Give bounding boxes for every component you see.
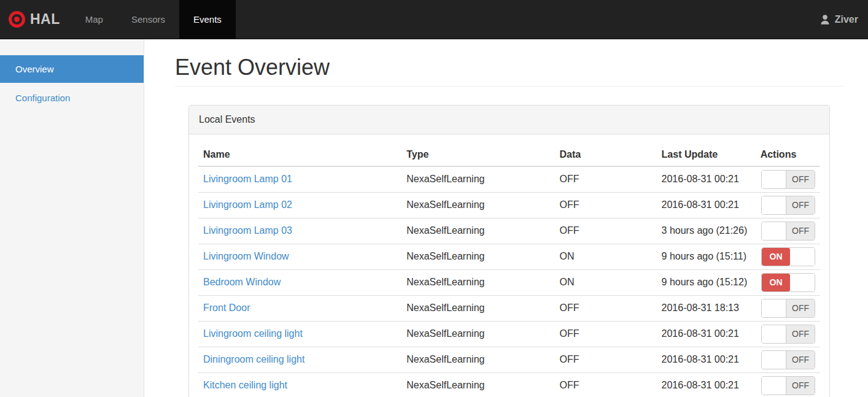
- toggle-switch[interactable]: OFF: [761, 299, 815, 318]
- table-row: Livingroom Lamp 01 NexaSelfLearning OFF …: [198, 166, 820, 193]
- event-type: NexaSelfLearning: [401, 372, 554, 397]
- toggle-switch[interactable]: OFF: [761, 376, 815, 395]
- header-last-update: Last Update: [657, 144, 756, 166]
- event-type: NexaSelfLearning: [401, 192, 554, 218]
- toggle-switch[interactable]: OFF: [761, 222, 815, 241]
- toggle-handle: [762, 196, 786, 214]
- toggle-handle: [790, 248, 815, 266]
- table-row: Livingroom Lamp 02 NexaSelfLearning OFF …: [198, 192, 820, 218]
- event-last-update: 2016-08-31 00:21: [657, 321, 756, 347]
- event-name-link[interactable]: Livingroom Lamp 02: [203, 199, 292, 210]
- toggle-handle: [762, 325, 786, 343]
- toggle-label: OFF: [786, 196, 815, 214]
- toggle-label: OFF: [786, 351, 815, 369]
- toggle-label: OFF: [786, 171, 815, 188]
- event-last-update: 3 hours ago (21:26): [657, 218, 756, 244]
- page-title: Event Overview: [175, 55, 843, 80]
- event-data: ON: [554, 269, 656, 295]
- table-row: Kitchen ceiling light NexaSelfLearning O…: [198, 372, 820, 397]
- panel-body: Name Type Data Last Update Actions Livin…: [189, 134, 829, 397]
- sidebar-item-overview[interactable]: Overview: [0, 55, 144, 83]
- event-data: ON: [554, 244, 656, 269]
- header-type: Type: [401, 144, 554, 166]
- event-type: NexaSelfLearning: [401, 295, 554, 321]
- event-name-link[interactable]: Front Door: [203, 303, 250, 313]
- toggle-handle: [762, 351, 786, 369]
- toggle-switch[interactable]: OFF: [761, 325, 815, 344]
- table-row: Bedroom Window NexaSelfLearning ON 9 hou…: [198, 269, 820, 295]
- user-menu[interactable]: Ziver: [820, 0, 868, 39]
- event-name-link[interactable]: Kitchen ceiling light: [203, 380, 287, 390]
- sidebar-item-configuration[interactable]: Configuration: [0, 84, 144, 112]
- event-last-update: 9 hours ago (15:11): [657, 244, 756, 269]
- event-data: OFF: [554, 347, 656, 372]
- table-row: Livingroom Lamp 03 NexaSelfLearning OFF …: [198, 218, 820, 244]
- event-last-update: 2016-08-31 00:21: [657, 372, 756, 397]
- page-body: Overview Configuration Event Overview Lo…: [0, 39, 868, 397]
- header-name: Name: [198, 144, 401, 166]
- toggle-handle: [790, 274, 815, 291]
- toggle-handle: [762, 299, 786, 317]
- header-actions: Actions: [756, 144, 820, 166]
- event-name-link[interactable]: Bedroom Window: [203, 277, 281, 287]
- toggle-switch[interactable]: ON: [761, 247, 815, 266]
- page-header: Event Overview: [175, 55, 843, 87]
- toggle-label: ON: [762, 274, 790, 291]
- event-last-update: 9 hours ago (15:12): [657, 269, 756, 295]
- event-name-link[interactable]: Diningroom ceiling light: [203, 354, 304, 364]
- header-data: Data: [554, 144, 656, 166]
- event-type: NexaSelfLearning: [401, 244, 554, 269]
- event-type: NexaSelfLearning: [401, 166, 554, 193]
- sidebar: Overview Configuration: [0, 39, 144, 397]
- event-type: NexaSelfLearning: [401, 269, 554, 295]
- event-name-link[interactable]: Livingroom Lamp 03: [203, 225, 292, 236]
- toggle-handle: [762, 377, 786, 395]
- toggle-switch[interactable]: ON: [761, 273, 815, 292]
- nav-item-map[interactable]: Map: [71, 0, 117, 39]
- event-type: NexaSelfLearning: [401, 347, 554, 372]
- table-header-row: Name Type Data Last Update Actions: [198, 144, 820, 166]
- table-row: Livingroom Window NexaSelfLearning ON 9 …: [198, 244, 820, 269]
- table-row: Livingroom ceiling light NexaSelfLearnin…: [198, 321, 820, 347]
- brand[interactable]: HAL: [0, 0, 71, 39]
- main-content: Event Overview Local Events Name Type Da…: [144, 39, 868, 397]
- toggle-label: OFF: [786, 377, 815, 395]
- local-events-panel: Local Events Name Type Data Last Update …: [188, 105, 830, 397]
- event-last-update: 2016-08-31 00:21: [657, 192, 756, 218]
- event-type: NexaSelfLearning: [401, 321, 554, 347]
- events-table-body: Livingroom Lamp 01 NexaSelfLearning OFF …: [198, 166, 820, 397]
- event-data: OFF: [554, 295, 656, 321]
- nav-item-events[interactable]: Events: [179, 0, 236, 39]
- event-data: OFF: [554, 192, 656, 218]
- toggle-label: ON: [762, 248, 790, 266]
- event-last-update: 2016-08-31 18:13: [657, 295, 756, 321]
- user-name: Ziver: [835, 14, 858, 25]
- table-row: Diningroom ceiling light NexaSelfLearnin…: [198, 347, 820, 372]
- event-last-update: 2016-08-31 00:21: [657, 347, 756, 372]
- top-navbar: HAL Map Sensors Events Ziver: [0, 0, 868, 39]
- toggle-switch[interactable]: OFF: [761, 170, 815, 189]
- event-type: NexaSelfLearning: [401, 218, 554, 244]
- event-data: OFF: [554, 218, 656, 244]
- toggle-handle: [762, 171, 786, 188]
- user-icon: [820, 14, 831, 25]
- event-last-update: 2016-08-31 00:21: [657, 166, 756, 193]
- nav-item-sensors[interactable]: Sensors: [117, 0, 179, 39]
- table-row: Front Door NexaSelfLearning OFF 2016-08-…: [198, 295, 820, 321]
- toggle-label: OFF: [786, 222, 815, 240]
- target-icon: [9, 11, 25, 28]
- toggle-handle: [762, 222, 786, 240]
- event-name-link[interactable]: Livingroom ceiling light: [203, 328, 303, 339]
- event-data: OFF: [554, 166, 656, 193]
- event-name-link[interactable]: Livingroom Window: [203, 251, 289, 261]
- toggle-switch[interactable]: OFF: [761, 350, 815, 369]
- brand-label: HAL: [30, 11, 60, 28]
- events-table: Name Type Data Last Update Actions Livin…: [198, 144, 820, 397]
- event-data: OFF: [554, 321, 656, 347]
- nav-links: Map Sensors Events: [71, 0, 236, 39]
- toggle-switch[interactable]: OFF: [761, 196, 815, 215]
- panel-title: Local Events: [189, 106, 829, 134]
- event-name-link[interactable]: Livingroom Lamp 01: [203, 174, 292, 184]
- toggle-label: OFF: [786, 299, 815, 317]
- event-data: OFF: [554, 372, 656, 397]
